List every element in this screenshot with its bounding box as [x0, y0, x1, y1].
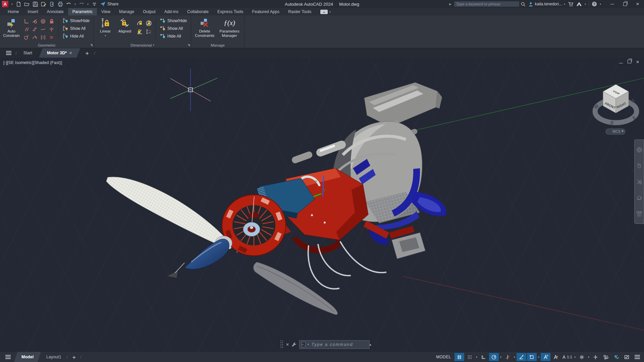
- tab-output[interactable]: Output: [139, 8, 160, 15]
- model-tab[interactable]: Model: [14, 352, 41, 362]
- geometric-hide-all-button[interactable]: Hide All: [61, 33, 91, 40]
- plot-icon[interactable]: [58, 1, 63, 7]
- tab-add-ins[interactable]: Add-ins: [160, 8, 183, 15]
- symmetric-constraint-icon[interactable]: [49, 26, 54, 32]
- search-icon[interactable]: [521, 2, 526, 7]
- show-motion-icon[interactable]: [636, 210, 642, 217]
- recent-commands-caret[interactable]: ▾: [308, 343, 309, 346]
- wcs-menu-button[interactable]: WCS: [606, 129, 625, 134]
- viewport-restore-icon[interactable]: [628, 60, 631, 64]
- command-history-toggle-icon[interactable]: ▲: [369, 343, 372, 346]
- annotation-scale-button[interactable]: 1:1: [561, 353, 573, 361]
- share-button[interactable]: Share: [100, 1, 118, 7]
- command-input-field[interactable]: >_ ▾ ▲: [299, 340, 370, 349]
- save-as-icon[interactable]: [41, 1, 46, 7]
- radial-constraint-icon[interactable]: [137, 20, 143, 26]
- file-tab-close-icon[interactable]: ✕: [69, 51, 72, 55]
- clean-screen-button[interactable]: [622, 353, 632, 361]
- customize-wrench-icon[interactable]: [291, 342, 297, 347]
- annotation-scale-caret[interactable]: ▾: [574, 356, 576, 359]
- layout1-tab[interactable]: Layout1: [41, 352, 66, 362]
- layout-tabs-menu-icon[interactable]: [2, 355, 14, 359]
- equal-constraint-icon[interactable]: [49, 35, 54, 40]
- dimensional-show-all-button[interactable]: Show All: [159, 25, 188, 32]
- ortho-mode-button[interactable]: [479, 353, 488, 361]
- aligned-dimension-constraint-button[interactable]: Aligned: [116, 16, 133, 42]
- tab-annotate[interactable]: Annotate: [43, 8, 68, 15]
- auto-constrain-button[interactable]: Auto Constrain: [3, 16, 20, 42]
- isometric-drafting-caret[interactable]: ▾: [513, 356, 516, 359]
- application-menu-caret[interactable]: ▾: [11, 3, 13, 6]
- tangent-curve-constraint-icon[interactable]: [32, 35, 38, 40]
- tab-manage[interactable]: Manage: [115, 8, 139, 15]
- recent-commands-icon[interactable]: >_: [302, 342, 306, 347]
- snap-mode-button[interactable]: [465, 353, 475, 361]
- linear-dimension-constraint-button[interactable]: Linear ▾: [97, 16, 114, 42]
- close-button[interactable]: ✕: [631, 0, 644, 8]
- viewport-controls-label[interactable]: [-][SE Isometric][Shaded (Fast)]: [3, 60, 62, 65]
- redo-icon[interactable]: [79, 1, 84, 7]
- viewport-close-icon[interactable]: ✕: [636, 60, 639, 64]
- angular-constraint-icon[interactable]: [137, 28, 143, 35]
- command-line-close-icon[interactable]: ✕: [286, 342, 289, 347]
- workspace-switching-button[interactable]: [577, 353, 587, 361]
- diameter-constraint-icon[interactable]: [146, 20, 152, 26]
- save-icon[interactable]: [33, 1, 38, 7]
- autodesk-logo-icon[interactable]: [576, 2, 582, 6]
- fix-constraint-icon[interactable]: [40, 35, 46, 40]
- object-snap-button[interactable]: [527, 353, 537, 361]
- customize-qat-icon[interactable]: [92, 1, 97, 7]
- collinear-constraint-icon[interactable]: [32, 26, 38, 32]
- tab-parametric[interactable]: Parametric: [68, 8, 97, 15]
- tab-raster-tools[interactable]: Raster Tools: [284, 8, 316, 15]
- application-menu-button[interactable]: A: [2, 1, 8, 7]
- tab-featured-apps[interactable]: Featured Apps: [248, 8, 284, 15]
- ribbon-minimize-button[interactable]: ▲: [320, 10, 328, 14]
- new-drawing-tab-button[interactable]: ＋: [81, 48, 93, 58]
- help-icon[interactable]: ?: [592, 1, 597, 7]
- geometric-show-hide-button[interactable]: Show/Hide: [61, 17, 91, 24]
- undo-icon[interactable]: [66, 1, 71, 7]
- tangent-constraint-icon[interactable]: [32, 18, 38, 24]
- tab-insert[interactable]: Insert: [23, 8, 42, 15]
- workspace-switching-caret[interactable]: ▾: [587, 356, 590, 359]
- redo-caret[interactable]: ▾: [87, 3, 89, 6]
- viewport-minimize-icon[interactable]: [619, 60, 623, 64]
- dimensional-show-hide-button[interactable]: Show/Hide: [159, 17, 188, 24]
- coincident-constraint-icon[interactable]: [23, 35, 29, 40]
- dimensional-hide-all-button[interactable]: Hide All: [159, 33, 188, 40]
- tab-home[interactable]: Home: [3, 8, 23, 15]
- file-tab-start[interactable]: Start: [17, 48, 38, 58]
- convert-dimension-icon[interactable]: [146, 28, 152, 35]
- geometric-dialog-launcher-icon[interactable]: ◥: [90, 44, 93, 47]
- tab-express-tools[interactable]: Express Tools: [213, 8, 248, 15]
- graphics-performance-button[interactable]: [611, 353, 621, 361]
- model-viewport[interactable]: Z Y: [0, 58, 644, 352]
- plus-button[interactable]: [591, 353, 600, 361]
- new-layout-button[interactable]: ＋: [68, 352, 80, 362]
- parallel-constraint-icon[interactable]: [23, 26, 29, 32]
- pan-icon[interactable]: [636, 163, 642, 169]
- object-snap-tracking-button[interactable]: [517, 353, 526, 361]
- perpendicular-constraint-icon[interactable]: [23, 18, 29, 24]
- command-line-grip[interactable]: [280, 341, 283, 349]
- orbit-icon[interactable]: [636, 195, 642, 201]
- parameters-manager-button[interactable]: ƒ(x) Parameters Manager: [217, 16, 241, 42]
- delete-constraints-button[interactable]: Delete Constraints: [194, 16, 215, 42]
- navigation-wheel-icon[interactable]: [636, 147, 642, 153]
- file-tab-motor3d[interactable]: Motor 3D* ✕: [39, 48, 80, 58]
- model-space-toggle[interactable]: MODEL: [436, 355, 451, 359]
- open-from-web-icon[interactable]: [49, 1, 55, 7]
- polar-tracking-button[interactable]: [489, 353, 499, 361]
- ribbon-minimize-caret[interactable]: ▾: [329, 10, 331, 13]
- grid-display-button[interactable]: [454, 353, 464, 361]
- dimensional-slideout-caret[interactable]: ▾: [153, 44, 154, 47]
- annotation-visibility-button[interactable]: [541, 353, 550, 361]
- command-input[interactable]: [311, 342, 367, 347]
- minimize-button[interactable]: [606, 0, 619, 8]
- annotation-autoscale-button[interactable]: [551, 353, 561, 361]
- isolate-objects-button[interactable]: o: [601, 353, 611, 361]
- tab-view[interactable]: View: [97, 8, 115, 15]
- viewcube[interactable]: W S E N TOP FRONT RIGHT WCS: [590, 79, 641, 137]
- dimensional-panel-label[interactable]: Dimensional ▾ ◥: [94, 42, 191, 48]
